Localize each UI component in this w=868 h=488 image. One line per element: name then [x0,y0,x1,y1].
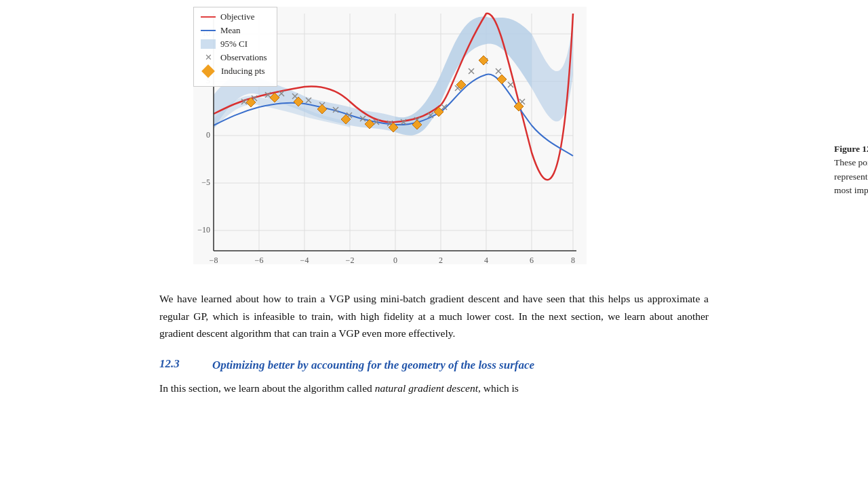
page-wrapper: Objective Mean 95% CI ✕ Observations [0,0,868,488]
legend-ci-label: 95% CI [220,39,248,49]
svg-text:6: 6 [530,256,534,265]
svg-text:2: 2 [439,256,443,265]
svg-text:−10: −10 [197,225,210,235]
page-container: Objective Mean 95% CI ✕ Observations [0,0,868,397]
svg-text:−8: −8 [210,256,218,265]
svg-text:−5: −5 [201,178,210,187]
legend-objective-label: Objective [220,12,255,22]
legend-inducing: Inducing pts [201,66,267,77]
legend-inducing-icon [201,64,215,78]
body-paragraph: We have learned about how to train a VGP… [159,290,709,342]
svg-text:4: 4 [484,256,488,265]
legend-mean-line [201,30,216,31]
bottom-section: We have learned about how to train a VGP… [0,278,868,397]
legend-ci: 95% CI [201,39,267,49]
svg-text:−4: −4 [300,256,309,265]
legend-mean: Mean [201,25,267,36]
legend-objective: Objective [201,12,267,22]
legend-obs-label: Observations [220,52,267,63]
chart-legend: Objective Mean 95% CI ✕ Observations [193,7,277,87]
section-body: In this section, we learn about the algo… [159,380,709,397]
svg-text:8: 8 [571,256,575,265]
svg-text:0: 0 [206,130,210,140]
svg-text:0: 0 [393,256,397,265]
section-number: 12.3 [159,357,200,371]
legend-objective-line [201,16,216,18]
legend-obs-icon: ✕ [201,53,216,62]
svg-text:−6: −6 [255,256,264,265]
svg-text:−2: −2 [346,256,355,265]
figure-caption: Figure 12.13 The inducing points of a VG… [834,142,868,197]
section-title: Optimizing better by accounting for the … [212,357,534,373]
section-body-italic: natural gradient descent [375,382,478,394]
figure-label: Figure 12.13 [834,144,868,154]
chart-area: Objective Mean 95% CI ✕ Observations [156,7,712,278]
legend-observations: ✕ Observations [201,52,267,63]
legend-mean-label: Mean [220,25,241,36]
legend-ci-box [201,39,216,49]
section-heading: 12.3 Optimizing better by accounting for… [159,357,709,373]
section-body-end: , which is [478,382,519,394]
top-section: Objective Mean 95% CI ✕ Observations [0,0,868,278]
legend-inducing-label: Inducing pts [221,66,265,77]
section-body-start: In this section, we learn about the algo… [159,382,375,394]
